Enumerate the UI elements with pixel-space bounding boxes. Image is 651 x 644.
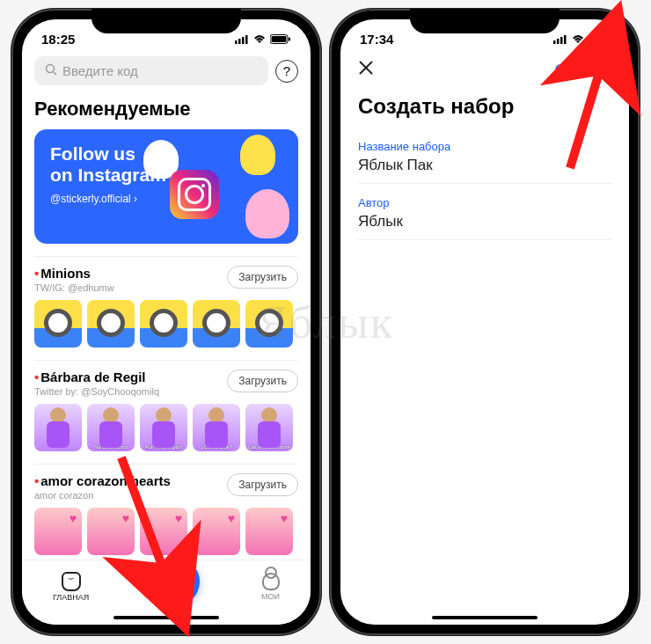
download-button[interactable]: Загрузить xyxy=(227,473,298,496)
sticker-thumb[interactable] xyxy=(34,300,82,348)
svg-rect-15 xyxy=(607,37,609,40)
sticker-thumb[interactable] xyxy=(87,508,135,555)
search-icon xyxy=(45,63,57,78)
home-indicator[interactable] xyxy=(113,616,219,619)
pack-subtitle: TW/IG: @edhumw xyxy=(34,282,114,293)
status-time: 18:25 xyxy=(41,32,75,47)
nav-my-label: МОИ xyxy=(261,592,280,601)
wifi-icon xyxy=(252,32,267,47)
notch xyxy=(91,9,241,33)
field-label: Название набора xyxy=(358,140,611,153)
sticker-thumb[interactable] xyxy=(193,300,240,348)
svg-rect-0 xyxy=(235,40,238,44)
notch xyxy=(410,9,560,33)
svg-rect-14 xyxy=(590,36,605,42)
sticker-pack[interactable]: Bárbara de Regil Twitter by: @SoyChooqom… xyxy=(34,360,298,451)
svg-rect-9 xyxy=(553,40,556,44)
search-placeholder: Введите код xyxy=(62,63,138,78)
home-indicator[interactable] xyxy=(432,616,538,619)
sticker-thumb[interactable]: Pon el ejemplo!! xyxy=(140,404,187,451)
download-button[interactable]: Загрузить xyxy=(227,370,298,392)
pack-title: Bárbara de Regil xyxy=(34,370,159,384)
phone-left: 18:25 xyxy=(11,9,321,635)
sticker-thumb[interactable] xyxy=(140,300,187,348)
svg-point-7 xyxy=(47,65,55,73)
instagram-icon xyxy=(170,170,219,219)
sticker-thumb[interactable]: ¿Como dice? xyxy=(193,404,240,451)
nav-home-label: ГЛАВНАЯ xyxy=(53,593,89,602)
sticker-row xyxy=(34,508,298,555)
pack-title: Minions xyxy=(34,266,114,281)
svg-rect-6 xyxy=(289,37,290,40)
promo-stickers xyxy=(161,135,293,238)
sticker-thumb[interactable] xyxy=(245,300,293,348)
promo-banner[interactable]: Follow us on Instagram @stickerly.offici… xyxy=(34,129,298,244)
sticker-row: No te conozco Pon el ejemplo!! ¿Como dic… xyxy=(34,404,298,451)
status-icons xyxy=(553,32,610,47)
signal-icon xyxy=(235,32,249,47)
sticker-pack[interactable]: Minions TW/IG: @edhumw Загрузить xyxy=(34,256,298,348)
sticker-yellow-face xyxy=(240,135,275,175)
nav-home[interactable]: ГЛАВНАЯ xyxy=(53,572,89,602)
screen-right: 17:34 Соз xyxy=(340,19,629,625)
sticker-thumb[interactable] xyxy=(140,508,187,555)
sticker-thumb[interactable]: No te conozco xyxy=(87,404,135,451)
sticker-row xyxy=(34,300,298,348)
svg-rect-12 xyxy=(564,35,567,44)
svg-rect-1 xyxy=(238,39,241,44)
sticker-thumb[interactable] xyxy=(87,300,135,348)
battery-icon xyxy=(589,32,610,47)
status-icons xyxy=(235,32,291,47)
section-title: Рекомендуемые xyxy=(34,98,298,121)
svg-rect-3 xyxy=(245,35,248,44)
screen-left: 18:25 xyxy=(22,19,311,625)
svg-rect-2 xyxy=(242,37,245,44)
form-field-author[interactable]: Автор Яблык xyxy=(358,196,611,240)
home-icon xyxy=(62,572,81,591)
sticker-thumb[interactable] xyxy=(34,404,82,451)
field-value: Яблык xyxy=(358,213,611,240)
svg-line-8 xyxy=(54,72,56,75)
person-icon xyxy=(262,573,280,590)
bottom-nav: ГЛАВНАЯ + МОИ xyxy=(22,560,311,625)
close-icon xyxy=(358,60,374,76)
pack-title: amor corazon hearts xyxy=(34,473,171,488)
nav-my[interactable]: МОИ xyxy=(261,573,280,601)
sticker-pink-creature xyxy=(245,189,289,238)
pack-subtitle: amor corazon xyxy=(34,490,171,501)
field-value: Яблык Пак xyxy=(358,157,611,184)
pack-subtitle: Twitter by: @SoyChooqomilq xyxy=(34,386,159,397)
add-button[interactable]: + xyxy=(150,557,200,606)
field-label: Автор xyxy=(358,196,611,209)
sticker-pack[interactable]: amor corazon hearts amor corazon Загрузи… xyxy=(34,464,298,555)
search-input[interactable]: Введите код xyxy=(34,56,268,85)
sticker-thumb[interactable] xyxy=(193,508,240,555)
help-button[interactable]: ? xyxy=(275,60,298,83)
modal-title: Создать набор xyxy=(358,94,617,119)
sticker-thumb[interactable] xyxy=(245,508,293,555)
plus-icon: + xyxy=(167,567,183,596)
svg-rect-11 xyxy=(560,37,563,44)
sticker-thumb[interactable]: Las tentadas sure xyxy=(245,404,293,451)
download-button[interactable]: Загрузить xyxy=(227,266,298,289)
sticker-thumb[interactable] xyxy=(34,508,82,555)
form-field-name[interactable]: Название набора Яблык Пак xyxy=(358,140,611,184)
close-button[interactable] xyxy=(358,60,374,80)
wifi-icon xyxy=(571,32,585,47)
create-action[interactable]: Создать xyxy=(554,62,611,79)
svg-rect-5 xyxy=(272,36,287,42)
phone-right: 17:34 Соз xyxy=(330,9,640,635)
status-time: 17:34 xyxy=(360,32,393,47)
svg-rect-10 xyxy=(557,39,560,44)
signal-icon xyxy=(553,32,567,47)
battery-icon xyxy=(270,32,291,47)
